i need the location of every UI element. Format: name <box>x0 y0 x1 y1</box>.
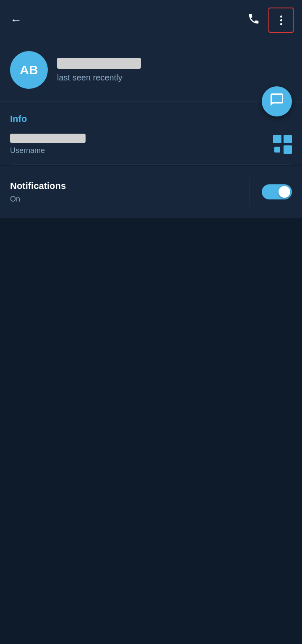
message-icon <box>269 92 284 111</box>
profile-info: last seen recently <box>57 58 292 83</box>
username-value-bar <box>10 134 86 143</box>
qr-square-2 <box>284 135 292 143</box>
notifications-status: On <box>10 195 66 204</box>
notifications-divider <box>250 177 250 207</box>
top-bar-left: ← <box>8 12 23 28</box>
message-fab-button[interactable] <box>262 86 292 116</box>
username-row: Username <box>10 134 292 165</box>
notifications-info: Notifications On <box>10 181 66 204</box>
username-label: Username <box>10 146 86 155</box>
profile-name-bar <box>57 58 141 69</box>
phone-call-button[interactable] <box>243 11 264 30</box>
qr-dot-1 <box>274 147 280 153</box>
top-bar-right <box>243 8 294 33</box>
notifications-toggle[interactable] <box>262 184 292 199</box>
notifications-right <box>250 177 292 207</box>
avatar[interactable]: AB <box>10 51 48 89</box>
last-seen-text: last seen recently <box>57 73 292 83</box>
avatar-initials: AB <box>20 63 38 77</box>
lower-area <box>0 218 302 595</box>
qr-square-1 <box>273 135 281 143</box>
profile-section: AB last seen recently <box>0 39 302 101</box>
toggle-knob <box>279 186 290 198</box>
notifications-title: Notifications <box>10 181 66 191</box>
more-vertical-icon <box>280 16 282 25</box>
qr-square-3 <box>284 145 292 154</box>
notifications-section: Notifications On <box>0 166 302 218</box>
info-section-label: Info <box>10 114 292 124</box>
notifications-toggle-wrapper <box>262 184 292 199</box>
info-section: Info Username <box>0 102 302 165</box>
back-button[interactable]: ← <box>8 12 23 28</box>
qr-code-button[interactable] <box>273 135 292 154</box>
more-options-button[interactable] <box>268 8 294 33</box>
top-bar: ← <box>0 0 302 39</box>
username-info: Username <box>10 134 86 155</box>
